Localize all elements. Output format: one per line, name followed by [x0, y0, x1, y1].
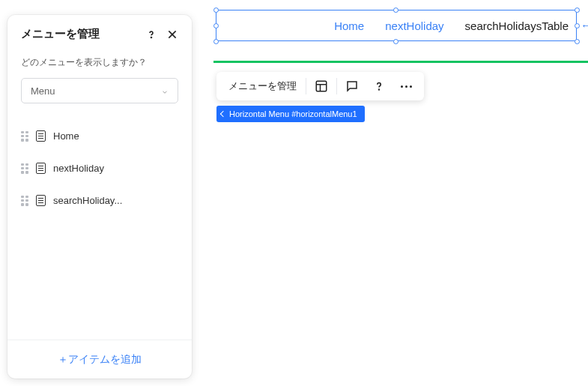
close-icon[interactable]: [166, 28, 178, 40]
menu-select[interactable]: Menu: [21, 78, 178, 103]
chevron-left-icon: [220, 111, 226, 117]
drag-handle-icon[interactable]: [21, 131, 28, 142]
menu-item-searchholidaystable[interactable]: searchHolidaysTable: [465, 19, 569, 32]
drag-handle-icon[interactable]: [21, 196, 28, 206]
panel-title: メニューを管理: [21, 27, 100, 41]
list-item[interactable]: Home: [21, 120, 178, 152]
svg-point-3: [379, 89, 380, 90]
selection-handle[interactable]: [393, 39, 398, 44]
selection-handle[interactable]: [393, 7, 398, 13]
help-icon[interactable]: [145, 28, 157, 40]
selection-handle[interactable]: [575, 39, 580, 44]
menu-item-home[interactable]: Home: [334, 19, 364, 32]
selection-handle[interactable]: [575, 23, 580, 28]
page-icon: [36, 163, 46, 174]
component-toolbar: メニューを管理: [216, 72, 424, 100]
svg-rect-0: [316, 81, 327, 91]
page-icon: [36, 130, 46, 142]
page-icon: [36, 195, 46, 206]
comment-icon[interactable]: [339, 73, 366, 100]
menu-items-list: Home nextHoliday searchHoliday...: [21, 120, 178, 217]
menu-item-nextholiday[interactable]: nextHoliday: [385, 19, 443, 32]
manage-menu-panel: メニューを管理 どのメニューを表示しますか？ Menu Home: [7, 15, 192, 379]
badge-label: Horizontal Menu #horizontalMenu1: [229, 109, 357, 118]
arrow-left-icon: ←: [581, 19, 588, 31]
selection-handle[interactable]: [575, 7, 580, 13]
more-icon[interactable]: [392, 73, 419, 100]
drag-handle-icon[interactable]: [21, 163, 28, 174]
list-item[interactable]: nextHoliday: [21, 152, 178, 184]
chevron-down-icon: [161, 87, 169, 94]
horizontal-menu-component[interactable]: Home nextHoliday searchHolidaysTable: [216, 10, 577, 41]
list-item[interactable]: searchHoliday...: [21, 184, 178, 217]
help-icon[interactable]: [366, 73, 392, 100]
list-item-label: nextHoliday: [53, 163, 104, 174]
selection-handle[interactable]: [213, 23, 219, 28]
svg-point-4: [151, 37, 151, 37]
add-item-button[interactable]: ＋アイテムを追加: [58, 353, 142, 365]
list-item-label: Home: [53, 130, 79, 142]
component-badge[interactable]: Horizontal Menu #horizontalMenu1: [216, 106, 365, 122]
separator: [306, 78, 306, 94]
panel-prompt: どのメニューを表示しますか？: [21, 56, 178, 69]
layout-icon[interactable]: [308, 73, 335, 100]
section-divider: [213, 61, 588, 63]
selection-handle[interactable]: [213, 7, 219, 13]
selection-handle[interactable]: [213, 39, 219, 44]
separator: [336, 78, 337, 94]
list-item-label: searchHoliday...: [53, 195, 122, 206]
select-value: Menu: [31, 85, 55, 97]
toolbar-manage-menu-button[interactable]: メニューを管理: [221, 79, 304, 93]
